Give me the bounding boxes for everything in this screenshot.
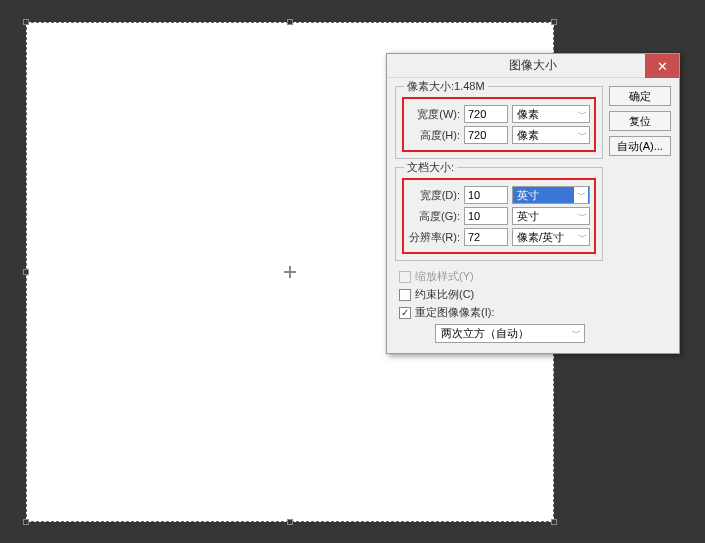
chevron-down-icon: ﹀ <box>574 187 588 203</box>
doc-height-label: 高度(G): <box>408 209 460 224</box>
constrain-proportions-row[interactable]: 约束比例(C) <box>399 287 603 302</box>
resample-row[interactable]: ✓ 重定图像像素(I): <box>399 305 603 320</box>
dialog-title: 图像大小 <box>387 57 679 74</box>
resolution-unit-value: 像素/英寸 <box>517 230 564 245</box>
doc-height-input[interactable] <box>464 207 508 225</box>
dialog-titlebar[interactable]: 图像大小 ✕ <box>387 54 679 78</box>
ok-button[interactable]: 确定 <box>609 86 671 106</box>
resample-method-value: 两次立方（自动） <box>441 326 529 341</box>
constrain-proportions-checkbox[interactable] <box>399 289 411 301</box>
pixel-height-unit-select[interactable]: 像素 ﹀ <box>512 126 590 144</box>
pixel-height-unit-value: 像素 <box>517 128 539 143</box>
auto-button[interactable]: 自动(A)... <box>609 136 671 156</box>
resample-checkbox[interactable]: ✓ <box>399 307 411 319</box>
reset-button[interactable]: 复位 <box>609 111 671 131</box>
selection-handle-bottom-left[interactable] <box>23 519 29 525</box>
document-size-group: 文档大小: 宽度(D): 英寸 ﹀ 高度(G): 英寸 <box>395 167 603 261</box>
pixel-width-input[interactable] <box>464 105 508 123</box>
selection-handle-top-mid[interactable] <box>287 19 293 25</box>
chevron-down-icon: ﹀ <box>578 108 587 121</box>
pixel-width-unit-select[interactable]: 像素 ﹀ <box>512 105 590 123</box>
auto-button-label: 自动(A)... <box>617 139 663 154</box>
pixel-dimensions-group: 像素大小:1.48M 宽度(W): 像素 ﹀ 高度(H): <box>395 86 603 159</box>
doc-width-unit-select[interactable]: 英寸 ﹀ <box>512 186 590 204</box>
chevron-down-icon: ﹀ <box>578 231 587 244</box>
scale-styles-checkbox <box>399 271 411 283</box>
pixel-width-unit-value: 像素 <box>517 107 539 122</box>
document-size-title: 文档大小: <box>404 160 457 175</box>
doc-height-unit-select[interactable]: 英寸 ﹀ <box>512 207 590 225</box>
close-icon: ✕ <box>657 59 668 74</box>
doc-width-label: 宽度(D): <box>408 188 460 203</box>
constrain-proportions-label: 约束比例(C) <box>415 287 474 302</box>
close-button[interactable]: ✕ <box>645 54 679 78</box>
reset-button-label: 复位 <box>629 114 651 129</box>
chevron-down-icon: ﹀ <box>578 210 587 223</box>
scale-styles-label: 缩放样式(Y) <box>415 269 474 284</box>
selection-handle-bottom-right[interactable] <box>551 519 557 525</box>
chevron-down-icon: ﹀ <box>578 129 587 142</box>
chevron-down-icon: ﹀ <box>572 327 581 340</box>
resolution-label: 分辨率(R): <box>408 230 460 245</box>
resample-label: 重定图像像素(I): <box>415 305 494 320</box>
selection-handle-mid-left[interactable] <box>23 269 29 275</box>
doc-height-unit-value: 英寸 <box>517 209 539 224</box>
document-highlight-box: 宽度(D): 英寸 ﹀ 高度(G): 英寸 ﹀ <box>402 178 596 254</box>
selection-handle-bottom-mid[interactable] <box>287 519 293 525</box>
scale-styles-row: 缩放样式(Y) <box>399 269 603 284</box>
image-size-dialog: 图像大小 ✕ 像素大小:1.48M 宽度(W): 像素 ﹀ <box>386 53 680 354</box>
resolution-unit-select[interactable]: 像素/英寸 ﹀ <box>512 228 590 246</box>
resolution-input[interactable] <box>464 228 508 246</box>
pixel-highlight-box: 宽度(W): 像素 ﹀ 高度(H): 像素 ﹀ <box>402 97 596 152</box>
pixel-height-label: 高度(H): <box>408 128 460 143</box>
selection-handle-top-left[interactable] <box>23 19 29 25</box>
pixel-dimensions-title: 像素大小:1.48M <box>404 79 488 94</box>
doc-width-input[interactable] <box>464 186 508 204</box>
ok-button-label: 确定 <box>629 89 651 104</box>
pixel-width-label: 宽度(W): <box>408 107 460 122</box>
selection-handle-top-right[interactable] <box>551 19 557 25</box>
pixel-height-input[interactable] <box>464 126 508 144</box>
doc-width-unit-value: 英寸 <box>517 188 539 203</box>
resample-method-select[interactable]: 两次立方（自动） ﹀ <box>435 324 585 343</box>
